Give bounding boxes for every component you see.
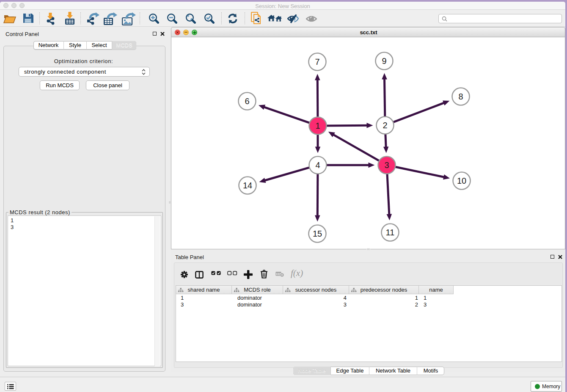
svg-text:11: 11	[386, 228, 395, 237]
svg-text:15: 15	[313, 229, 322, 238]
svg-text:4: 4	[315, 160, 320, 170]
svg-text:3: 3	[384, 160, 389, 170]
svg-text:10: 10	[457, 176, 466, 185]
svg-text:9: 9	[382, 56, 386, 66]
svg-text:1: 1	[315, 121, 320, 130]
svg-text:8: 8	[458, 92, 463, 101]
svg-text:7: 7	[315, 57, 319, 66]
svg-text:6: 6	[245, 97, 249, 106]
svg-text:2: 2	[383, 121, 387, 130]
svg-text:14: 14	[243, 181, 252, 190]
